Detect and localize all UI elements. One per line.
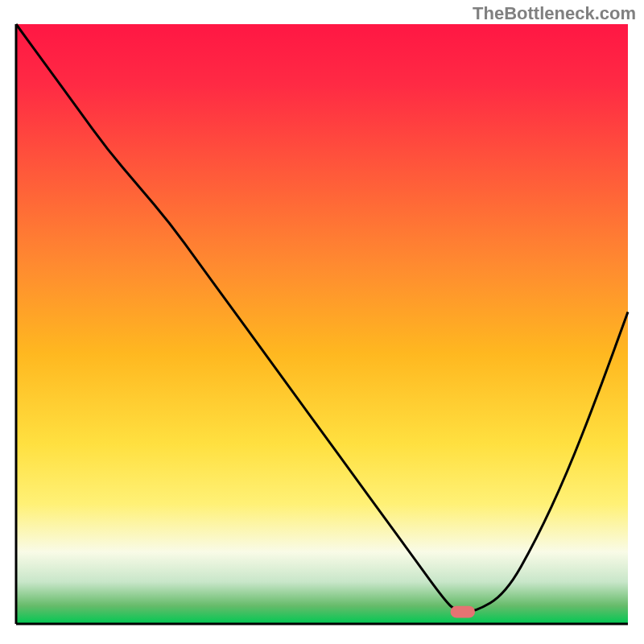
optimal-marker (451, 606, 475, 618)
chart-container: TheBottleneck.com (0, 0, 644, 644)
watermark-text: TheBottleneck.com (473, 3, 636, 24)
plot-background (16, 24, 628, 624)
chart-svg (0, 0, 644, 644)
